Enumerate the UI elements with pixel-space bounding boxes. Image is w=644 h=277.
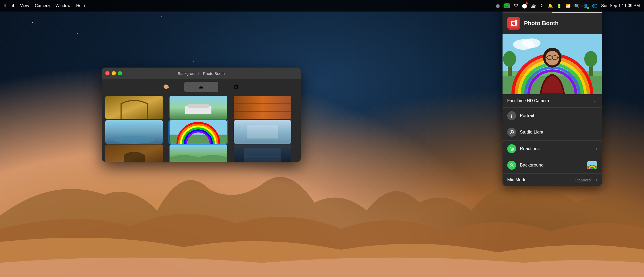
bg-thumb-rainbow[interactable] xyxy=(170,120,227,144)
bg-thumb-arch[interactable] xyxy=(105,96,163,119)
svg-point-42 xyxy=(511,148,511,148)
cc-camera-preview xyxy=(503,34,602,94)
background-label: Background xyxy=(520,163,583,168)
red-dot-app-icon[interactable]: ⬤ xyxy=(522,3,527,9)
menu-help[interactable]: Help xyxy=(76,3,85,8)
menubar-datetime: Sun Sep 1 11:09 PM xyxy=(601,3,640,8)
bg-thumb-lake[interactable] xyxy=(105,120,163,144)
bg-tab-photos[interactable]: 🖼 xyxy=(219,82,253,92)
app-menu-it[interactable]: it xyxy=(12,3,14,8)
svg-point-25 xyxy=(522,38,541,48)
menubar-left:  it View Camera Window Help xyxy=(4,3,85,8)
svg-point-43 xyxy=(512,148,512,148)
svg-point-8 xyxy=(113,136,155,144)
cc-feature-studio-light[interactable]: Studio Light xyxy=(503,124,602,141)
studio-light-icon xyxy=(507,128,516,137)
control-center-panel: Discord Photo Booth Photo Booth xyxy=(503,0,602,186)
bg-thumbnail-grid xyxy=(102,95,301,162)
window-close-button[interactable] xyxy=(105,71,110,75)
menu-window[interactable]: Window xyxy=(56,3,70,8)
mic-mode-label: Mic Mode xyxy=(507,177,571,182)
svg-point-31 xyxy=(584,51,597,67)
bg-thumb-tunnel[interactable] xyxy=(105,145,163,162)
mic-mode-value: Standard xyxy=(575,178,591,182)
portrait-label: Portrait xyxy=(520,113,597,118)
photos-icon: 🖼 xyxy=(234,84,239,90)
cc-camera-row[interactable]: FaceTime HD Camera ⌄ xyxy=(503,94,602,108)
svg-rect-0 xyxy=(105,96,163,119)
bg-thumb-campus[interactable] xyxy=(170,96,227,119)
menubar:  it View Camera Window Help ⬤ 📹 🛡 ⬤ ☕ 🎛… xyxy=(0,0,644,12)
window-minimize-button[interactable] xyxy=(112,71,116,75)
apple-menu[interactable]:  xyxy=(4,3,6,8)
svg-point-29 xyxy=(503,51,516,67)
svg-point-40 xyxy=(511,131,512,133)
avatar-icon[interactable]: 🌐 xyxy=(592,3,597,8)
svg-rect-22 xyxy=(515,20,517,21)
scenery-icon: ⛰ xyxy=(199,84,204,90)
bg-thumb-glass[interactable] xyxy=(234,120,291,144)
menu-camera[interactable]: Camera xyxy=(35,3,50,8)
battery-icon[interactable]: 🔋 xyxy=(556,3,562,8)
facetime-icon[interactable]: 📹 xyxy=(504,3,510,8)
svg-point-21 xyxy=(513,22,515,24)
cc-feature-reactions[interactable]: Reactions › xyxy=(503,141,602,157)
svg-point-44 xyxy=(511,164,513,166)
studio-light-label: Studio Light xyxy=(520,130,597,135)
spotlight-icon[interactable]: 🔍 xyxy=(574,3,580,8)
cc-feature-background[interactable]: Background xyxy=(503,157,602,174)
svg-rect-12 xyxy=(247,125,278,138)
menubar-right: ⬤ 📹 🛡 ⬤ ☕ 🎛 🔔 🔋 📶 🔍 👤 🌐 Sun Sep 1 11:09 … xyxy=(496,3,640,9)
wifi-icon[interactable]: 📶 xyxy=(565,3,571,8)
window-maximize-button[interactable] xyxy=(118,71,122,75)
window-titlebar: Background – Photo Booth xyxy=(102,68,301,79)
notification-icon[interactable]: 🔔 xyxy=(548,3,553,8)
user-switch-icon[interactable]: 👤 xyxy=(583,3,588,8)
svg-rect-4 xyxy=(234,96,291,119)
bg-window-tabs: 🎨 ⛰ 🖼 xyxy=(102,79,301,95)
svg-rect-16 xyxy=(244,148,281,162)
reactions-chevron-icon: › xyxy=(596,147,597,151)
camera-chevron-icon: ⌄ xyxy=(593,98,597,104)
mic-mode-chevron-icon: › xyxy=(596,178,597,182)
background-thumbnail xyxy=(587,161,597,169)
effects-icon: 🎨 xyxy=(163,84,169,90)
bg-thumb-trees[interactable] xyxy=(170,145,227,162)
shield-icon[interactable]: 🛡 xyxy=(514,3,518,8)
circle-indicator-icon: ⬤ xyxy=(496,4,500,8)
background-photo-booth-window: Background – Photo Booth 🎨 ⛰ 🖼 xyxy=(102,68,301,162)
audio-controls-icon[interactable]: 🎛 xyxy=(540,3,544,8)
window-title: Background – Photo Booth xyxy=(178,71,225,76)
bg-tab-scenery[interactable]: ⛰ xyxy=(184,82,218,92)
bg-thumb-wood[interactable] xyxy=(234,96,291,119)
reactions-label: Reactions xyxy=(520,146,592,151)
bg-tab-effects[interactable]: 🎨 xyxy=(149,82,183,92)
background-icon xyxy=(507,161,516,170)
cc-feature-portrait[interactable]: f Portrait xyxy=(503,108,602,124)
cc-camera-name: FaceTime HD Camera xyxy=(507,98,549,103)
cc-app-name: Photo Booth xyxy=(524,20,559,27)
reactions-icon xyxy=(507,144,516,153)
svg-line-37 xyxy=(558,57,560,58)
svg-line-36 xyxy=(544,57,547,58)
svg-rect-3 xyxy=(188,104,209,108)
cc-app-header: Photo Booth xyxy=(503,13,602,34)
portrait-icon: f xyxy=(507,111,516,120)
svg-point-41 xyxy=(510,147,514,151)
lungo-icon[interactable]: ☕ xyxy=(531,3,536,8)
photobooth-app-icon xyxy=(507,17,520,30)
cc-mic-mode-row[interactable]: Mic Mode Standard › xyxy=(503,174,602,186)
menu-view[interactable]: View xyxy=(20,3,29,8)
bg-thumb-dark-glass[interactable] xyxy=(234,145,291,162)
